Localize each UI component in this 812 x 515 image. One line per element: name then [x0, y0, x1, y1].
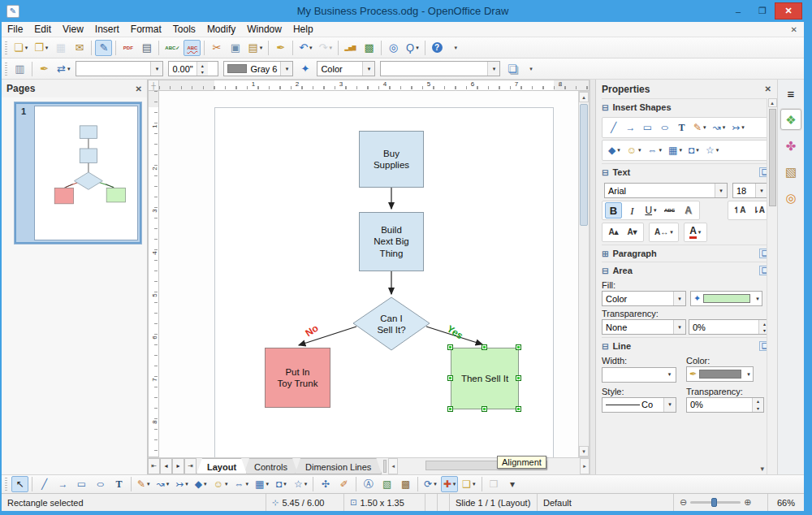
freeform-line-icon[interactable]: ✎▾ [135, 476, 153, 492]
section-line[interactable]: ⊟ Line ❏ [602, 337, 771, 354]
flowchart-put-in-toy-trunk[interactable]: Put In Toy Trunk [265, 348, 330, 408]
sidebar-splitter[interactable] [590, 80, 595, 474]
transparency-spinner[interactable]: 0% ▴▾ [689, 319, 771, 335]
collapse-icon[interactable]: ⊟ [602, 266, 608, 275]
line-icon[interactable]: ╱ [606, 119, 621, 136]
format-paintbrush-icon[interactable]: ✒ [272, 40, 289, 56]
gallery-tab[interactable]: ▧ [780, 161, 801, 182]
last-page-icon[interactable]: ⇥ [184, 458, 197, 474]
properties-close-icon[interactable]: ✕ [765, 84, 771, 93]
paste-icon[interactable]: ▤▾ [245, 40, 265, 56]
ellipse-icon[interactable]: ○ [92, 476, 109, 492]
increase-font-icon[interactable]: A▴ [605, 224, 622, 240]
navigator-tab[interactable]: ◎ [780, 187, 801, 208]
panel-scroll-thumb[interactable] [769, 109, 776, 206]
flowchart-then-sell-it[interactable]: Then Sell It [451, 348, 519, 409]
collapse-icon[interactable]: ⊟ [602, 342, 608, 351]
line-width-spinner[interactable]: 0.00" ▴▾ [168, 61, 218, 76]
block-arrows-icon[interactable]: ⇔▾ [232, 476, 252, 492]
fill-color-select[interactable]: ▾ [380, 61, 500, 76]
horizontal-scrollbar[interactable]: ◂ ▸ [388, 458, 590, 474]
rectangle-icon[interactable]: ▭ [640, 119, 655, 136]
drawbar-overflow-icon[interactable]: ▾ [504, 476, 521, 492]
horizontal-ruler[interactable]: 12345678 [159, 80, 590, 91]
subscript-icon[interactable]: ⇂A [749, 202, 767, 219]
drawing-canvas[interactable]: Buy Supplies Build Next Big Thing Can I … [159, 91, 578, 457]
ellipse-icon[interactable]: ○ [657, 119, 672, 136]
zoom-slider-thumb[interactable] [711, 498, 717, 507]
tab-splitter[interactable] [383, 460, 387, 473]
superscript-icon[interactable]: ↿A [731, 202, 749, 219]
lines-arrows-icon[interactable]: ↣▾ [729, 119, 747, 136]
scroll-down-icon[interactable]: ▾ [579, 446, 589, 457]
character-spacing-icon[interactable]: A↔▾ [652, 224, 676, 240]
glue-points-icon[interactable]: ✐ [335, 476, 352, 492]
chart-icon[interactable]: ▂▅▇ [342, 40, 359, 56]
arrow-style-icon[interactable]: ⇄▾ [54, 61, 72, 77]
flowchart-icon[interactable]: ▦▾ [666, 142, 685, 158]
line-icon[interactable]: ╱ [36, 476, 53, 492]
close-button[interactable]: ✕ [775, 2, 802, 19]
alignment-icon[interactable]: ✚▾ [441, 476, 459, 492]
flowchart-decision[interactable]: Can I Sell It? [364, 309, 419, 340]
basic-shapes-icon[interactable]: ◆▾ [192, 476, 209, 492]
navigator-icon[interactable]: ◎ [385, 40, 402, 56]
gallery-icon[interactable]: ▩ [361, 40, 378, 56]
font-size-select[interactable]: 18 ▾ [732, 183, 768, 198]
block-arrows-icon[interactable]: ⇔▾ [646, 142, 665, 158]
menu-item-tools[interactable]: Tools [167, 23, 201, 36]
toolbar-overflow-icon[interactable]: ▾ [522, 61, 539, 77]
styles-window-icon[interactable]: ▥ [11, 61, 28, 77]
fontwork-icon[interactable]: Ⓐ [360, 476, 377, 492]
scroll-up-icon[interactable]: ▴ [579, 92, 589, 102]
close-document-icon[interactable]: ✕ [791, 25, 797, 34]
stars-icon[interactable]: ☆▾ [292, 476, 309, 492]
zoom-out-icon[interactable]: ⊖ [680, 497, 687, 508]
menu-item-file[interactable]: File [2, 23, 28, 36]
rectangle-icon[interactable]: ▭ [73, 476, 90, 492]
layer-tab[interactable]: Layout [197, 458, 247, 474]
rotate-icon[interactable]: ⟳▾ [421, 476, 439, 492]
menu-item-edit[interactable]: Edit [28, 23, 57, 36]
fill-type-select[interactable]: Color ▾ [317, 61, 375, 76]
edit-file-icon[interactable]: ✎ [95, 40, 112, 56]
zoom-percentage[interactable]: 66% [768, 494, 804, 511]
panel-scroll-down-icon[interactable]: ▾ [760, 465, 764, 473]
line-transparency-spinner[interactable]: 0% ▴▾ [686, 397, 764, 413]
vertical-ruler[interactable]: 12345678 [148, 91, 159, 457]
new-icon[interactable]: ❏▾ [11, 40, 30, 56]
bold-icon[interactable]: B [605, 202, 622, 219]
vertical-scroll-thumb[interactable] [580, 104, 588, 226]
sidebar-menu-icon[interactable]: ≡ [780, 83, 801, 104]
previous-page-icon[interactable]: ◂ [160, 458, 172, 474]
scroll-right-icon[interactable]: ▸ [580, 458, 590, 474]
selection-handle[interactable] [447, 375, 453, 381]
maximize-button[interactable]: ❐ [750, 3, 775, 19]
connector-icon[interactable]: ↝▾ [710, 119, 728, 136]
menu-item-help[interactable]: Help [287, 23, 319, 36]
autospellcheck-icon[interactable]: ABC [184, 40, 201, 56]
group-icon[interactable]: ❒ [486, 476, 503, 492]
expand-icon[interactable]: ⊞ [602, 249, 608, 258]
menu-item-format[interactable]: Format [125, 23, 167, 36]
line-style-select[interactable]: ▾ [76, 61, 163, 76]
layer-tab[interactable]: Controls [244, 458, 298, 474]
selection-handle[interactable] [516, 375, 521, 381]
from-file-icon[interactable]: ▧ [378, 476, 395, 492]
help-icon[interactable]: ? [429, 40, 446, 56]
scroll-up-icon[interactable]: ▴ [768, 98, 777, 107]
open-icon[interactable]: ❐▾ [32, 40, 50, 56]
italic-icon[interactable]: I [624, 202, 641, 219]
arrange-icon[interactable]: ❑▾ [460, 476, 477, 492]
select-icon[interactable]: ↖ [11, 476, 28, 492]
zoom-icon[interactable]: Ϙ▾ [404, 40, 421, 56]
selection-handle[interactable] [447, 406, 453, 412]
line-color-select[interactable]: Gray 6 ▾ [223, 61, 293, 76]
section-text[interactable]: ⊟ Text ❏ [602, 163, 771, 180]
menu-item-view[interactable]: View [57, 23, 89, 36]
symbol-shapes-icon[interactable]: ☺▾ [624, 142, 644, 158]
email-icon[interactable]: ✉ [71, 40, 88, 56]
collapse-icon[interactable]: ⊟ [602, 168, 608, 177]
selection-handle[interactable] [447, 344, 453, 350]
text-icon[interactable]: T [674, 119, 689, 136]
